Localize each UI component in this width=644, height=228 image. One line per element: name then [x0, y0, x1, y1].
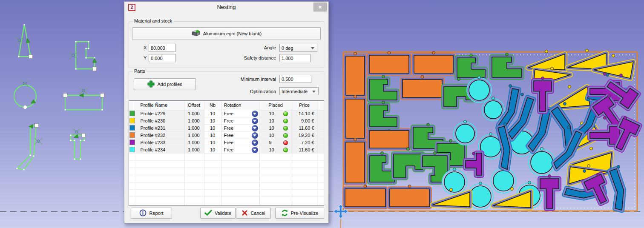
placed-count: 9: [269, 140, 272, 145]
safety-distance-input[interactable]: [279, 54, 310, 62]
point-handle[interactable]: [23, 105, 27, 109]
rotation-value: Free: [221, 125, 234, 131]
profile-row[interactable]: Profile #2311.00010Free1011.60 €: [129, 124, 324, 131]
nested-part-orange[interactable]: [414, 51, 453, 73]
lead-in-point: [586, 49, 589, 52]
lead-in-point: [506, 53, 509, 56]
app-stage: 2 Nesting × Material and stock Aluminium…: [0, 0, 644, 228]
profile-row[interactable]: Profile #2321.00010Free1019.20 €: [129, 131, 324, 139]
rotation-dropdown-icon[interactable]: [252, 125, 258, 131]
profile-row[interactable]: Profile #2341.00010Free1011.60 €: [129, 146, 324, 153]
optimization-label: Optimization: [238, 89, 276, 94]
x-input[interactable]: [149, 44, 176, 52]
offset-cell: 1.000: [184, 110, 204, 117]
column-header-name[interactable]: Profile Name: [136, 101, 184, 110]
profile-row[interactable]: Profile #2291.00010Free1014.10 €: [129, 110, 324, 117]
rotation-dropdown-icon[interactable]: [252, 132, 258, 139]
profile-color-swatch: [129, 132, 135, 138]
price-cell: 19.20 €: [292, 131, 317, 139]
vertex-handle[interactable]: [63, 94, 67, 97]
y-input[interactable]: [149, 54, 176, 62]
rotation-cell[interactable]: Free: [221, 146, 259, 153]
profile-row[interactable]: Profile #2331.00010Free97.20 €: [129, 139, 324, 146]
vertex-handle[interactable]: [82, 134, 86, 137]
nested-part-orange[interactable]: [390, 185, 429, 207]
x-label: X: [144, 45, 147, 50]
nested-part-orange[interactable]: [369, 51, 409, 73]
empty-row: [129, 189, 324, 197]
nb-cell[interactable]: 10: [204, 124, 221, 131]
nb-cell[interactable]: 10: [204, 110, 221, 117]
profile-name-cell: Profile #233: [136, 139, 184, 146]
swatch-cell: [129, 146, 136, 153]
nested-part-orange[interactable]: [402, 76, 442, 97]
lead-in-point: [457, 78, 460, 81]
price-cell: 7.20 €: [292, 139, 317, 146]
angle-select[interactable]: 0 deg: [279, 44, 317, 52]
minimum-interval-input[interactable]: [279, 75, 311, 83]
dialog-titlebar[interactable]: 2 Nesting ×: [124, 2, 328, 14]
vertex-handle[interactable]: [101, 94, 104, 97]
column-header-rotation[interactable]: Rotation: [221, 101, 259, 110]
rotation-cell[interactable]: Free: [221, 110, 259, 117]
rotation-dropdown-icon[interactable]: [252, 111, 258, 117]
column-header-price[interactable]: Price: [292, 101, 317, 110]
status-green-icon: [283, 119, 288, 123]
cancel-button[interactable]: Cancel: [236, 208, 271, 219]
rotation-cell[interactable]: Free: [221, 131, 259, 139]
lead-in-point: [612, 54, 615, 57]
lead-in-point: [509, 85, 512, 88]
previsualize-button[interactable]: Pre-Visualize: [275, 208, 324, 219]
angle-label: Angle: [250, 45, 276, 50]
vertex-handle[interactable]: [93, 67, 97, 71]
nested-part-orange[interactable]: [346, 52, 365, 95]
nested-part-cyan[interactable]: [470, 182, 491, 207]
optimization-value: Intermediate: [282, 89, 308, 94]
empty-row: [129, 182, 324, 189]
placed-count: 10: [269, 125, 274, 131]
column-header-placed[interactable]: Placed: [259, 101, 292, 110]
nested-part-orange[interactable]: [346, 138, 365, 183]
angle-value: 0 deg: [282, 46, 293, 51]
rotation-dropdown-icon[interactable]: [252, 140, 258, 146]
lead-in-point: [388, 51, 391, 54]
vertex-handle[interactable]: [29, 55, 33, 59]
x-icon: [242, 210, 248, 217]
nested-part-orange[interactable]: [345, 185, 385, 207]
stock-material-button[interactable]: Aluminium egm (New blank): [132, 27, 321, 40]
profiles-table[interactable]: Profile NameOffsetNbRotationPlacedPrice …: [129, 100, 324, 206]
price-cell: 11.60 €: [292, 146, 317, 153]
nb-cell[interactable]: 10: [204, 146, 221, 153]
lead-in-point: [354, 52, 357, 55]
nested-part-cyan[interactable]: [469, 76, 489, 100]
rotation-cell[interactable]: Free: [221, 117, 259, 124]
swatch-cell: [129, 139, 136, 146]
lead-in-point: [470, 54, 473, 57]
lead-in-point: [620, 74, 623, 77]
placed-cell: 10: [259, 124, 292, 131]
column-header-offset[interactable]: Offset: [184, 101, 204, 110]
material-block-icon: [191, 30, 201, 37]
nested-part-orange[interactable]: [346, 95, 365, 138]
column-header-nb[interactable]: Nb: [204, 101, 221, 110]
vertex-handle[interactable]: [35, 124, 39, 128]
lead-in-point: [464, 120, 467, 123]
profile-name-cell: Profile #231: [136, 124, 184, 131]
report-button[interactable]: Report: [131, 208, 172, 219]
rotation-dropdown-icon[interactable]: [252, 118, 258, 124]
validate-button[interactable]: Validate: [200, 208, 236, 219]
nested-part-cyan[interactable]: [444, 168, 465, 192]
optimization-select[interactable]: Intermediate: [279, 87, 319, 95]
rotation-dropdown-icon[interactable]: [252, 147, 258, 153]
nb-cell[interactable]: 10: [204, 131, 221, 139]
nested-part-orange[interactable]: [369, 127, 409, 148]
lead-in-point: [381, 152, 384, 155]
add-profiles-button[interactable]: Add profiles: [134, 78, 196, 90]
nb-cell[interactable]: 10: [204, 139, 221, 146]
rotation-cell[interactable]: Free: [221, 139, 259, 146]
nb-cell[interactable]: 10: [204, 117, 221, 124]
rotation-cell[interactable]: Free: [221, 124, 259, 131]
close-button[interactable]: ×: [313, 3, 327, 11]
profile-row[interactable]: Profile #2301.00010Free109.00 €: [129, 117, 324, 124]
table-header-row[interactable]: Profile NameOffsetNbRotationPlacedPrice: [129, 101, 324, 110]
